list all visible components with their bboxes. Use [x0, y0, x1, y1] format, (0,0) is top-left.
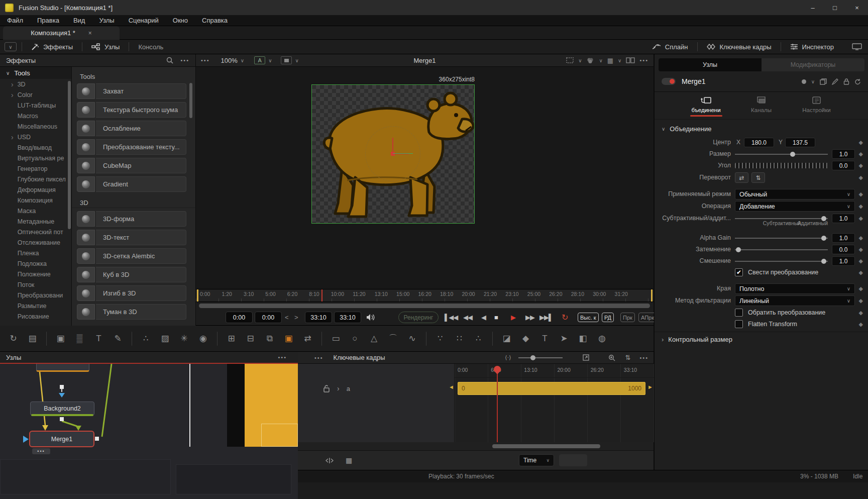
node-connector[interactable] [60, 417, 64, 421]
center-x-input[interactable]: 180.0 [744, 138, 774, 147]
tool-list-item[interactable]: 3D-сетка Alembic [77, 248, 186, 264]
toolbar-icon[interactable] [217, 332, 218, 346]
play-reverse-button[interactable]: ◀ [481, 312, 486, 323]
stop-button[interactable]: ■ [494, 312, 498, 323]
transform-icon[interactable]: ⊞ [223, 330, 240, 348]
fast-noise-icon[interactable]: ▒ [71, 330, 88, 348]
effects-tree-item[interactable]: › Деформация [0, 184, 71, 195]
effects-tree-item[interactable]: › Маска [0, 206, 71, 216]
wand-mask-icon[interactable]: ∿ [404, 330, 420, 348]
paint-icon[interactable]: ✎ [110, 330, 126, 348]
nodes-toggle-button[interactable]: Узлы [82, 40, 129, 54]
pencil-icon[interactable] [832, 78, 838, 85]
merge-icon[interactable]: ▣ [280, 330, 297, 348]
reset-icon[interactable] [854, 78, 861, 85]
text-3d-icon[interactable]: T [536, 330, 553, 348]
tool-list-item[interactable]: Захват [77, 83, 186, 99]
color-icon[interactable]: ◉ [195, 330, 211, 348]
flip-vertical-button[interactable]: ⇅ [751, 172, 765, 183]
keyframes-hscrollbar[interactable] [492, 444, 600, 448]
tool-list-item[interactable]: 3D-форма [77, 211, 186, 227]
menu-item[interactable]: Окно [173, 17, 188, 24]
p-merge-icon[interactable]: ∷ [451, 330, 468, 348]
fast-forward-button[interactable]: ▶▶ [525, 312, 534, 323]
keyframe-duration-bar[interactable]: 0 1000 [458, 382, 645, 395]
toolbar-icon[interactable] [492, 332, 493, 346]
zoom-in-icon[interactable] [608, 354, 615, 361]
subtab-channels[interactable]: Каналы [739, 96, 784, 119]
color-controls-icon[interactable] [586, 57, 594, 64]
menu-item[interactable]: Вид [73, 17, 85, 24]
tool-list-item[interactable]: Куб в 3D [77, 267, 186, 282]
viewer-options-icon[interactable]: ••• [639, 57, 648, 63]
global-end-field[interactable]: 33:10 [334, 312, 361, 323]
ellipse-mask-icon[interactable]: ○ [347, 330, 363, 348]
node-chevron-icon[interactable]: ∨ [811, 79, 815, 84]
layers-icon[interactable]: ⧉ [261, 330, 278, 348]
trim-right-arrow[interactable]: ► [647, 384, 653, 390]
keyframes-menu-icon[interactable]: ••• [314, 355, 323, 361]
node-options-badge[interactable]: ••• [32, 448, 50, 454]
keyframe-diamond-icon[interactable]: ◆ [859, 203, 863, 210]
lock-icon[interactable] [843, 78, 849, 85]
grid-chevron-icon[interactable]: ∨ [618, 58, 621, 63]
angle-thumbwheel[interactable] [735, 163, 828, 168]
console-toggle-button[interactable]: Консоль [129, 40, 172, 54]
copy-icon[interactable] [820, 78, 827, 85]
viewer-canvas[interactable]: 360x275xint8 [196, 67, 654, 289]
keyframe-diamond-icon[interactable]: ◆ [859, 174, 863, 181]
keyframe-diamond-icon[interactable]: ◆ [859, 310, 863, 316]
filter-dropdown[interactable]: Линейный ∨ [735, 295, 855, 306]
transform-center-handle[interactable] [391, 152, 395, 156]
alpha-gain-input[interactable]: 1.0 [832, 233, 855, 243]
checker-icon[interactable]: ▨ [157, 330, 173, 348]
time-mode-dropdown[interactable]: Time ∨ [519, 454, 554, 466]
effects-tree-item[interactable]: › Поток [0, 279, 71, 290]
polygon-mask-icon[interactable]: △ [366, 330, 382, 348]
menu-item[interactable]: Узлы [99, 17, 114, 24]
p-render-icon[interactable]: ∴ [470, 330, 487, 348]
shape-3d-icon[interactable]: ◆ [517, 330, 534, 348]
effects-tree-item[interactable]: › Глубокие пиксел [0, 174, 71, 184]
keyframe-diamond-icon[interactable]: ◆ [859, 258, 863, 264]
effects-tree-item[interactable]: › USD [0, 132, 71, 142]
viewer-menu-icon[interactable]: ••• [201, 57, 210, 63]
effects-tree-item[interactable]: › Отслеживание [0, 237, 71, 248]
bspline-mask-icon[interactable]: ⌒ [385, 330, 401, 348]
menu-item[interactable]: Справка [202, 17, 228, 24]
step-back-icon[interactable]: < [285, 312, 289, 323]
table-view-icon[interactable]: ▦ [346, 456, 352, 464]
keyframe-diamond-icon[interactable]: ◆ [859, 215, 863, 222]
invert-checkbox[interactable] [735, 309, 743, 317]
inspector-tab-nodes[interactable]: Узлы [659, 58, 762, 71]
render-end-field[interactable]: 33:10 [305, 312, 332, 323]
dual-monitor-icon[interactable] [843, 40, 868, 54]
toolbar-icon[interactable] [321, 332, 322, 346]
grid-icon[interactable]: ▦ [607, 57, 613, 64]
lock-icon[interactable] [323, 385, 330, 392]
keyframe-diamond-icon[interactable]: ◆ [859, 151, 863, 157]
subtractive-slider[interactable] [735, 218, 828, 219]
image-plane-3d-icon[interactable]: ◪ [498, 330, 515, 348]
subtab-settings[interactable]: Настройки [795, 96, 839, 119]
blend-slider[interactable] [735, 261, 828, 262]
keyframe-diamond-icon[interactable]: ◆ [859, 139, 863, 146]
flatten-transform-checkbox[interactable] [735, 320, 743, 328]
keyframe-diamond-icon[interactable]: ◆ [859, 269, 863, 276]
roi-icon[interactable] [566, 57, 574, 63]
layout-dropdown[interactable]: ∨ [5, 42, 17, 51]
tool-list-item[interactable]: Туман в 3D [77, 304, 186, 320]
merge-3d-icon[interactable]: ➤ [556, 330, 572, 348]
range-start-marker[interactable] [197, 289, 198, 302]
nodes-menu-icon[interactable]: ••• [278, 354, 287, 360]
expand-panel-icon[interactable] [583, 354, 589, 361]
keyframe-diamond-icon[interactable]: ◆ [859, 285, 863, 292]
spline-toggle-button[interactable]: Сплайн [643, 40, 697, 54]
version-dot-icon[interactable] [802, 79, 806, 84]
subtab-merge[interactable]: бъединени [684, 96, 728, 119]
effects-tree-item[interactable]: › Генератор [0, 163, 71, 174]
time-value-field[interactable] [559, 454, 587, 466]
render-start-field[interactable]: 0:00 [255, 312, 282, 323]
text-plus-icon[interactable]: T [90, 330, 107, 348]
angle-input[interactable]: 0.0 [832, 161, 855, 170]
